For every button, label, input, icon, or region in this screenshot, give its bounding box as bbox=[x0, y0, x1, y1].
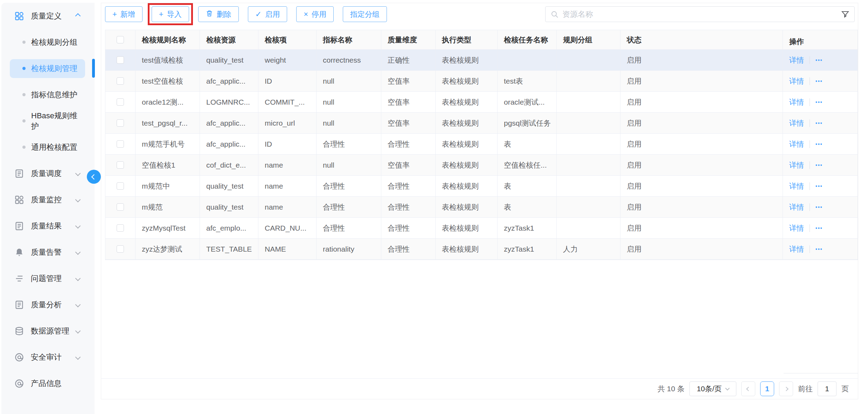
cell-status: 启用 bbox=[620, 92, 783, 113]
select-all-checkbox[interactable] bbox=[117, 36, 124, 43]
sidebar-subitem-label: 检核规则分组 bbox=[31, 37, 77, 48]
more-actions-button[interactable]: ••• bbox=[815, 141, 823, 147]
action-divider bbox=[810, 119, 810, 127]
sidebar-subitem-indicator-info-maintenance[interactable]: 指标信息维护 bbox=[1, 82, 95, 108]
more-actions-button[interactable]: ••• bbox=[815, 57, 823, 63]
doc-icon bbox=[14, 221, 25, 231]
sidebar-subitem-hbase-rule-maintenance[interactable]: HBase规则维护 bbox=[1, 108, 95, 134]
cell-status: 启用 bbox=[620, 155, 783, 176]
goto-page-input[interactable] bbox=[818, 381, 836, 396]
more-actions-button[interactable]: ••• bbox=[815, 204, 823, 210]
detail-link[interactable]: 详情 bbox=[789, 139, 804, 149]
table-row: 空值检核1cof_dict_e...namenull空值率表检核规则空值检核任.… bbox=[105, 155, 857, 176]
more-actions-button[interactable]: ••• bbox=[815, 120, 823, 126]
row-checkbox[interactable] bbox=[117, 77, 124, 85]
goto-label: 前往 bbox=[798, 384, 813, 394]
sidebar-item-datasource-management[interactable]: 数据源管理 bbox=[1, 318, 95, 344]
import-button[interactable]: + 导入 bbox=[152, 6, 189, 22]
sidebar-subitem-check-rule-group[interactable]: 检核规则分组 bbox=[1, 29, 95, 55]
sidebar-item-quality-alert[interactable]: 质量告警 bbox=[1, 239, 95, 265]
column-header: 检核规则名称 bbox=[136, 30, 200, 50]
cell-actions: 详情 ••• bbox=[783, 134, 857, 155]
list-icon bbox=[14, 273, 25, 284]
sidebar-subitem-general-check-config[interactable]: 通用检核配置 bbox=[1, 134, 95, 160]
row-checkbox[interactable] bbox=[117, 161, 124, 169]
sidebar-subitem-check-rule-management[interactable]: 检核规则管理 bbox=[1, 55, 95, 82]
cell-indicator: 合理性 bbox=[317, 197, 381, 218]
sidebar-item-product-info[interactable]: 产品信息 bbox=[1, 370, 95, 397]
more-actions-button[interactable]: ••• bbox=[815, 162, 823, 168]
detail-link[interactable]: 详情 bbox=[789, 244, 804, 254]
sidebar-item-label: 质量结果 bbox=[31, 221, 62, 231]
table-row: m规范中quality_testname合理性合理性表检核规则表启用 详情 ••… bbox=[105, 176, 857, 197]
sidebar-item-quality-monitor[interactable]: 质量监控 bbox=[1, 187, 95, 213]
more-actions-button[interactable]: ••• bbox=[815, 225, 823, 231]
page-size-select[interactable]: 10条/页 bbox=[689, 381, 736, 396]
cell-name: m规范手机号 bbox=[136, 134, 200, 155]
row-checkbox[interactable] bbox=[117, 56, 124, 64]
more-actions-button[interactable]: ••• bbox=[815, 183, 823, 189]
detail-link[interactable]: 详情 bbox=[789, 97, 804, 107]
more-actions-button[interactable]: ••• bbox=[815, 246, 823, 252]
page-number-button[interactable]: 1 bbox=[760, 381, 774, 396]
assign-group-button[interactable]: 指定分组 bbox=[343, 6, 387, 22]
next-page-button[interactable] bbox=[779, 381, 793, 396]
sidebar-item-quality-schedule[interactable]: 质量调度 bbox=[1, 160, 95, 187]
sidebar-item-quality-definition[interactable]: 质量定义 bbox=[1, 3, 95, 29]
row-checkbox[interactable] bbox=[117, 98, 124, 106]
enable-button[interactable]: ✓ 启用 bbox=[248, 6, 287, 22]
cell-exec_type: 表检核规则 bbox=[436, 218, 498, 239]
cell-dimension: 合理性 bbox=[381, 176, 436, 197]
cell-name: m规范中 bbox=[136, 176, 200, 197]
search-input[interactable] bbox=[562, 10, 838, 19]
cell-exec_type: 表检核规则 bbox=[436, 155, 498, 176]
sidebar-item-label: 质量告警 bbox=[31, 247, 62, 258]
delete-button[interactable]: 删除 bbox=[198, 6, 239, 22]
add-button[interactable]: + 新增 bbox=[105, 6, 143, 22]
detail-link[interactable]: 详情 bbox=[789, 55, 804, 65]
cell-group bbox=[557, 71, 620, 92]
row-checkbox[interactable] bbox=[117, 224, 124, 232]
cell-exec_type: 表检核规则 bbox=[436, 176, 498, 197]
sidebar-item-label: 质量调度 bbox=[31, 168, 62, 179]
row-checkbox[interactable] bbox=[117, 203, 124, 211]
prev-page-button[interactable] bbox=[741, 381, 755, 396]
detail-link[interactable]: 详情 bbox=[789, 160, 804, 170]
detail-link[interactable]: 详情 bbox=[789, 223, 804, 233]
row-checkbox[interactable] bbox=[117, 245, 124, 253]
cell-status: 启用 bbox=[620, 50, 783, 71]
sidebar-collapse-button[interactable] bbox=[87, 170, 101, 184]
column-header: 执行类型 bbox=[436, 30, 498, 50]
detail-link[interactable]: 详情 bbox=[789, 118, 804, 128]
sidebar-item-quality-result[interactable]: 质量结果 bbox=[1, 213, 95, 239]
chevron-down-icon bbox=[75, 302, 81, 308]
disable-button[interactable]: × 停用 bbox=[296, 6, 334, 22]
content-panel: + 新增 + 导入 删除 ✓ 启用 × 停用 指定分组 bbox=[101, 3, 858, 399]
bullet-icon bbox=[22, 41, 26, 44]
cell-item: micro_url bbox=[258, 113, 317, 134]
check-icon: ✓ bbox=[255, 10, 262, 19]
more-actions-button[interactable]: ••• bbox=[815, 99, 823, 105]
sidebar-item-issue-management[interactable]: 问题管理 bbox=[1, 265, 95, 292]
detail-link[interactable]: 详情 bbox=[789, 202, 804, 212]
row-checkbox[interactable] bbox=[117, 140, 124, 148]
cell-exec_type: 表检核规则 bbox=[436, 134, 498, 155]
detail-link[interactable]: 详情 bbox=[789, 76, 804, 86]
cell-task: 空值检核任... bbox=[498, 155, 557, 176]
detail-link[interactable]: 详情 bbox=[789, 181, 804, 191]
chevron-down-icon bbox=[75, 276, 81, 281]
checkbox-cell bbox=[105, 134, 136, 155]
cell-item: weight bbox=[258, 50, 317, 71]
row-checkbox[interactable] bbox=[117, 119, 124, 127]
grid-icon bbox=[14, 11, 25, 21]
more-actions-button[interactable]: ••• bbox=[815, 78, 823, 84]
sidebar-item-security-audit[interactable]: 安全审计 bbox=[1, 344, 95, 370]
row-checkbox[interactable] bbox=[117, 182, 124, 190]
page-unit-label: 页 bbox=[841, 384, 849, 394]
checkbox-cell bbox=[105, 92, 136, 113]
filter-icon[interactable] bbox=[841, 10, 849, 19]
button-label: 导入 bbox=[167, 9, 182, 19]
cell-status: 启用 bbox=[620, 197, 783, 218]
toolbar: + 新增 + 导入 删除 ✓ 启用 × 停用 指定分组 bbox=[105, 6, 387, 22]
sidebar-item-quality-analysis[interactable]: 质量分析 bbox=[1, 292, 95, 318]
